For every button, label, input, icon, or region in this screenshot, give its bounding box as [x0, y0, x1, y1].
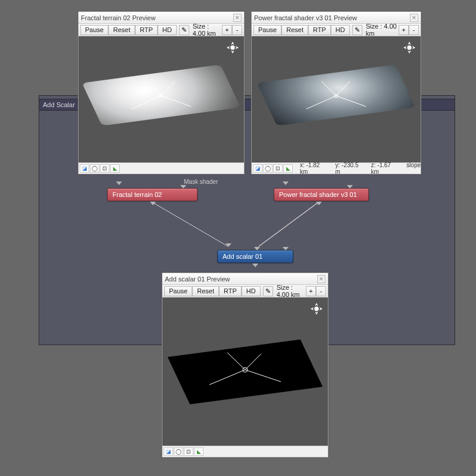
status-icon[interactable]: ◪: [164, 447, 173, 456]
pause-button[interactable]: Pause: [253, 25, 281, 35]
preview-viewport[interactable]: [162, 298, 328, 446]
close-icon[interactable]: ✕: [317, 275, 325, 283]
node-fractal-terrain[interactable]: Fractal terrain 02: [107, 188, 198, 201]
preview-titlebar[interactable]: Add scalar 01 Preview ✕: [162, 273, 328, 285]
svg-line-12: [306, 96, 336, 109]
svg-marker-7: [231, 42, 234, 45]
svg-marker-28: [315, 312, 318, 315]
status-icon[interactable]: ◪: [80, 164, 89, 173]
svg-line-4: [146, 81, 161, 96]
coord-z: z: -1.67 km: [371, 162, 396, 175]
hd-button[interactable]: HD: [158, 25, 177, 35]
status-icon[interactable]: ◣: [194, 447, 203, 456]
reset-button[interactable]: Reset: [192, 286, 219, 296]
svg-point-31: [314, 306, 318, 311]
node-label: Fractal terrain 02: [112, 191, 162, 198]
status-icon[interactable]: ◣: [110, 164, 120, 173]
svg-line-5: [161, 82, 175, 96]
rtp-button[interactable]: RTP: [135, 25, 158, 35]
zoom-in-button[interactable]: +: [306, 286, 316, 296]
close-icon[interactable]: ✕: [233, 14, 242, 22]
status-icon[interactable]: ⊡: [100, 164, 109, 173]
preview-window-fractal-terrain: Fractal terrain 02 Preview ✕ Pause Reset…: [78, 11, 245, 174]
tool-icon[interactable]: ✎: [352, 25, 362, 35]
tool-icon[interactable]: ✎: [179, 25, 189, 35]
svg-line-2: [131, 96, 161, 109]
preview-toolbar: Pause Reset RTP HD ✎ Size : 4.00 km + -: [162, 285, 328, 298]
zoom-out-button[interactable]: -: [409, 25, 419, 35]
svg-line-15: [336, 82, 350, 96]
status-icon[interactable]: ◣: [283, 164, 293, 173]
hd-button[interactable]: HD: [242, 286, 261, 296]
preview-window-power-fractal: Power fractal shader v3 01 Preview ✕ Pau…: [251, 11, 421, 174]
svg-line-3: [161, 96, 191, 107]
rtp-button[interactable]: RTP: [219, 286, 242, 296]
svg-line-22: [209, 369, 245, 384]
status-icon[interactable]: ◯: [174, 447, 183, 456]
node-label: Add scalar 01: [223, 253, 262, 260]
camera-gizmo-icon: [206, 349, 284, 390]
rtp-button[interactable]: RTP: [308, 25, 331, 35]
svg-marker-18: [408, 51, 411, 54]
tool-icon[interactable]: ✎: [263, 286, 273, 296]
svg-marker-20: [412, 46, 416, 49]
pause-button[interactable]: Pause: [164, 286, 192, 296]
port-label: Mask shader: [184, 178, 218, 185]
zoom-in-button[interactable]: +: [222, 25, 232, 35]
port-in-icon[interactable]: [226, 243, 231, 247]
camera-gizmo-icon: [303, 78, 369, 114]
port-out-icon[interactable]: [252, 264, 258, 267]
preview-title: Add scalar 01 Preview: [165, 275, 317, 283]
status-icon[interactable]: ◯: [90, 164, 99, 173]
preview-titlebar[interactable]: Fractal terrain 02 Preview ✕: [79, 12, 244, 24]
preview-viewport[interactable]: [79, 36, 244, 162]
port-out-icon[interactable]: [316, 202, 322, 205]
port-in-icon[interactable]: [116, 181, 122, 185]
pause-button[interactable]: Pause: [80, 25, 108, 35]
port-in-icon[interactable]: [283, 181, 289, 185]
svg-marker-27: [315, 303, 318, 306]
svg-marker-9: [227, 46, 230, 49]
preview-toolbar: Pause Reset RTP HD ✎ Size : 4.00 km + -: [252, 24, 421, 36]
preview-window-add-scalar: Add scalar 01 Preview ✕ Pause Reset RTP …: [162, 273, 328, 458]
preview-titlebar[interactable]: Power fractal shader v3 01 Preview ✕: [252, 12, 421, 24]
preview-title: Power fractal shader v3 01 Preview: [254, 14, 410, 21]
compass-icon[interactable]: [310, 302, 323, 315]
zoom-out-button[interactable]: -: [316, 286, 326, 296]
coord-y: y: -230.5 m: [336, 162, 361, 175]
svg-line-23: [245, 369, 281, 381]
zoom-out-button[interactable]: -: [232, 25, 242, 35]
svg-marker-19: [403, 46, 407, 49]
port-row-terrain: [116, 181, 122, 185]
compass-icon[interactable]: [403, 41, 416, 54]
hd-button[interactable]: HD: [331, 25, 350, 35]
preview-viewport[interactable]: [252, 36, 421, 162]
node-power-fractal-shader[interactable]: Power fractal shader v3 01: [274, 188, 369, 201]
size-label: Size : 4.00 km: [189, 23, 222, 37]
camera-gizmo-icon: [129, 78, 194, 114]
status-icon[interactable]: ◯: [263, 164, 273, 173]
node-add-scalar[interactable]: Add scalar 01: [217, 250, 293, 263]
preview-toolbar: Pause Reset RTP HD ✎ Size : 4.00 km + -: [79, 24, 244, 36]
svg-line-25: [245, 353, 261, 369]
status-icon[interactable]: ◪: [253, 164, 262, 173]
reset-button[interactable]: Reset: [108, 25, 135, 35]
compass-icon[interactable]: [226, 41, 239, 54]
close-icon[interactable]: ✕: [410, 14, 418, 22]
coord-slope: slope: [406, 162, 421, 175]
svg-marker-17: [408, 42, 411, 45]
port-row-add: [226, 243, 231, 247]
status-icon[interactable]: ⊡: [184, 447, 193, 456]
port-row-shader: [283, 181, 289, 185]
port-out-icon[interactable]: [150, 202, 156, 205]
svg-point-21: [407, 45, 411, 49]
svg-line-13: [336, 96, 366, 107]
status-icon[interactable]: ⊡: [273, 164, 283, 173]
preview-title: Fractal terrain 02 Preview: [81, 14, 233, 21]
svg-point-11: [230, 45, 234, 49]
reset-button[interactable]: Reset: [281, 25, 308, 35]
size-label: Size : 4.00 km: [362, 23, 399, 37]
zoom-in-button[interactable]: +: [399, 25, 409, 35]
preview-statusbar: ◪ ◯ ⊡ ◣: [79, 162, 244, 174]
preview-statusbar: ◪ ◯ ⊡ ◣: [162, 446, 328, 457]
